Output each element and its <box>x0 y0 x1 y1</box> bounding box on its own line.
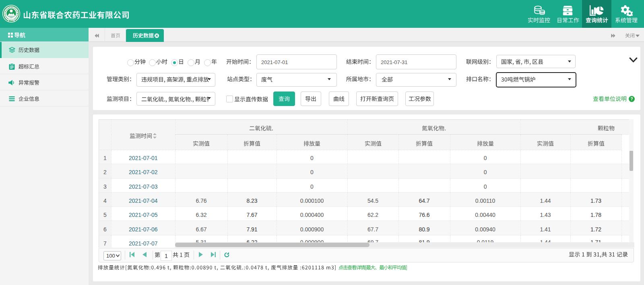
svg-text:?: ? <box>630 96 633 101</box>
svg-text:MEE: MEE <box>8 19 14 22</box>
